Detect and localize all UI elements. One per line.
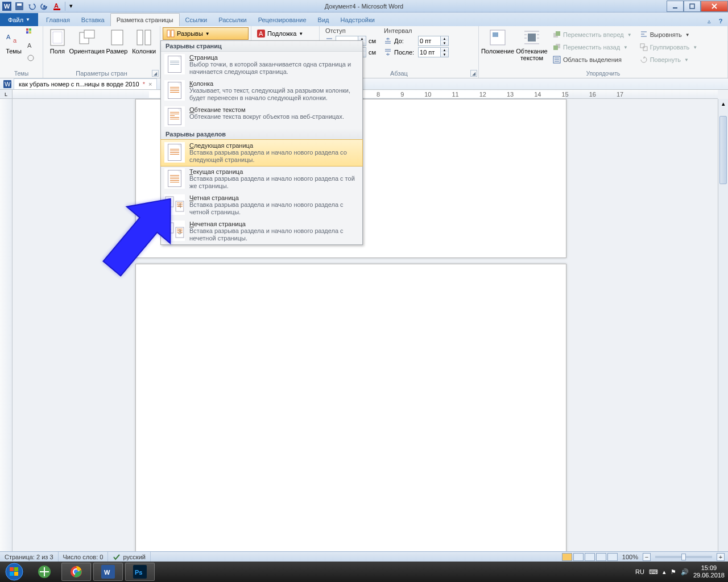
svg-rect-21 <box>111 30 123 45</box>
tab-addins[interactable]: Надстройки <box>335 13 380 26</box>
zoom-out-button[interactable]: − <box>643 553 651 561</box>
indent-label: Отступ <box>325 27 376 34</box>
taskbar-word[interactable]: W <box>93 563 123 581</box>
qat-customize-icon[interactable]: ▾ <box>68 1 75 11</box>
close-button[interactable] <box>701 1 728 12</box>
page-setup-launcher-icon[interactable]: ◢ <box>152 70 159 77</box>
dropdown-header-section-breaks: Разрывы разделов <box>161 129 362 140</box>
tab-page-layout[interactable]: Разметка страницы <box>110 13 180 26</box>
tray-action-icon[interactable]: ⚑ <box>671 568 676 576</box>
maximize-button[interactable] <box>684 1 701 12</box>
tray-language[interactable]: RU <box>635 568 644 575</box>
tray-volume-icon[interactable]: 🔊 <box>681 568 689 576</box>
minimize-button[interactable] <box>667 1 684 12</box>
svg-text:A: A <box>6 34 11 40</box>
space-after-input[interactable]: ▲▼ <box>418 47 449 57</box>
break-item-page[interactable]: СтраницаВыбор точки, в которой заканчива… <box>161 52 362 78</box>
watermark-button[interactable]: A Подложка▼ <box>254 27 307 40</box>
theme-colors-icon[interactable] <box>26 28 38 40</box>
svg-rect-37 <box>643 47 647 51</box>
send-backward-button[interactable]: Переместить назад▼ <box>551 41 634 53</box>
scroll-thumb[interactable] <box>719 116 727 184</box>
redo-icon[interactable] <box>39 1 50 11</box>
document-page-2[interactable] <box>135 264 566 572</box>
vertical-ruler[interactable] <box>0 99 13 572</box>
taskbar-app-1[interactable] <box>30 563 59 581</box>
ruler-corner[interactable]: L <box>0 90 13 99</box>
document-tab[interactable]: как убрать номер с п...ницы в ворде 2010… <box>14 78 157 89</box>
size-button[interactable]: Размер <box>105 27 130 56</box>
view-full-screen-icon[interactable] <box>573 553 584 561</box>
svg-rect-32 <box>556 31 560 36</box>
break-item-continuous[interactable]: Текущая страницаВставка разрыва раздела … <box>161 166 362 192</box>
rotate-button[interactable]: Повернуть▼ <box>638 53 700 66</box>
group-button[interactable]: Группировать▼ <box>638 41 700 53</box>
status-words[interactable]: Число слов: 0 <box>59 552 109 562</box>
breaks-button[interactable]: Разрывы▼ <box>163 27 249 40</box>
break-item-column[interactable]: КолонкаУказывает, что текст, следующий з… <box>161 78 362 104</box>
titlebar: W A ▾ Документ4 - Microsoft Word <box>0 0 728 13</box>
horizontal-ruler[interactable]: 891011121314151617 <box>13 90 718 99</box>
columns-button[interactable]: Колонки <box>130 27 158 56</box>
orientation-button[interactable]: Ориентация <box>71 27 104 56</box>
position-button[interactable]: Положение <box>481 27 514 56</box>
zoom-in-button[interactable]: + <box>717 553 725 561</box>
font-color-icon[interactable]: A <box>51 1 63 11</box>
scroll-up-icon[interactable]: ▴ <box>718 99 728 108</box>
system-tray: RU ⌨ ▴ ⚑ 🔊 15:0929.06.2018 <box>635 564 728 579</box>
view-web-layout-icon[interactable] <box>585 553 595 561</box>
break-item-even-page[interactable]: 24 Четная страницаВставка разрыва раздел… <box>161 192 362 218</box>
svg-text:A: A <box>259 30 263 37</box>
document-area[interactable] <box>13 99 718 572</box>
tray-clock[interactable]: 15:0929.06.2018 <box>693 564 725 579</box>
break-item-text-wrap[interactable]: Обтекание текстомОбтекание текста вокруг… <box>161 104 362 129</box>
tab-view[interactable]: Вид <box>312 13 335 26</box>
tray-show-hidden-icon[interactable]: ▴ <box>663 568 666 576</box>
selection-pane-button[interactable]: Область выделения <box>551 53 634 66</box>
status-language[interactable]: русский <box>108 552 150 562</box>
taskbar-chrome[interactable] <box>61 563 91 581</box>
save-icon[interactable] <box>14 1 25 11</box>
tab-home[interactable]: Главная <box>40 13 76 26</box>
collapse-ribbon-icon[interactable]: ▵ <box>704 16 714 26</box>
status-bar: Страница: 2 из 3 Число слов: 0 русский 1… <box>0 551 728 562</box>
ribbon-tabs: Файл ▼ Главная Вставка Разметка страницы… <box>0 13 728 26</box>
space-before-input[interactable]: ▲▼ <box>418 36 449 46</box>
align-button[interactable]: Выровнять▼ <box>638 28 700 41</box>
break-item-next-page[interactable]: Следующая страницаВставка разрыва раздел… <box>161 140 362 166</box>
theme-fonts-icon[interactable]: A <box>26 41 38 52</box>
svg-point-4 <box>43 5 46 7</box>
tab-mailings[interactable]: Рассылки <box>213 13 252 26</box>
tray-keyboard-icon[interactable]: ⌨ <box>649 568 658 576</box>
word-icon[interactable]: W <box>1 1 13 11</box>
zoom-slider[interactable] <box>655 556 712 558</box>
help-icon[interactable]: ? <box>715 16 726 26</box>
view-draft-icon[interactable] <box>607 553 618 561</box>
bring-forward-button[interactable]: Переместить вперед▼ <box>551 28 634 41</box>
tab-insert[interactable]: Вставка <box>76 13 110 26</box>
close-doc-tab-icon[interactable]: × <box>148 81 152 88</box>
file-tab[interactable]: Файл ▼ <box>0 13 38 26</box>
start-button[interactable] <box>0 562 28 582</box>
tab-references[interactable]: Ссылки <box>180 13 213 26</box>
theme-effects-icon[interactable] <box>26 53 38 65</box>
svg-text:2: 2 <box>168 198 171 205</box>
status-page[interactable]: Страница: 2 из 3 <box>0 552 59 562</box>
zoom-label[interactable]: 100% <box>622 554 638 560</box>
margins-button[interactable]: Поля <box>46 27 69 56</box>
paragraph-launcher-icon[interactable]: ◢ <box>470 70 477 77</box>
svg-text:3: 3 <box>178 228 181 235</box>
spacing-label: Интервал <box>384 27 449 34</box>
break-item-odd-page[interactable]: 13 Нечетная страницаВставка разрыва разд… <box>161 218 362 244</box>
view-print-layout-icon[interactable] <box>562 553 572 561</box>
tab-review[interactable]: Рецензирование <box>253 13 312 26</box>
wrap-text-button[interactable]: Обтекание текстом <box>515 27 548 63</box>
svg-rect-50 <box>14 567 18 571</box>
view-outline-icon[interactable] <box>596 553 606 561</box>
taskbar-photoshop[interactable]: Ps <box>125 563 155 581</box>
themes-button[interactable]: Aa Темы <box>2 27 25 56</box>
undo-icon[interactable] <box>26 1 38 11</box>
word-doc-icon: W <box>3 80 11 88</box>
document-tabs: W как убрать номер с п...ницы в ворде 20… <box>0 78 728 90</box>
vertical-scrollbar[interactable]: ▴ ▾ <box>718 99 728 562</box>
